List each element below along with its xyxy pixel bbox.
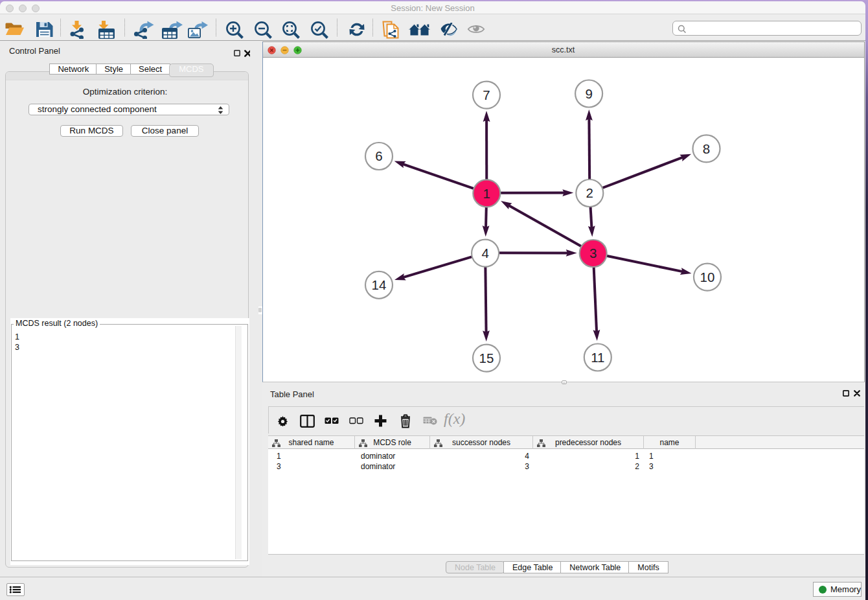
svg-text:14: 14 [371,277,386,292]
svg-text:6: 6 [375,148,382,163]
svg-text:2: 2 [586,185,593,200]
svg-text:4: 4 [481,245,488,260]
svg-text:7: 7 [483,87,490,102]
svg-text:8: 8 [702,141,709,156]
svg-text:11: 11 [591,349,604,364]
svg-text:10: 10 [700,269,714,284]
svg-text:1: 1 [483,185,490,200]
svg-text:15: 15 [479,350,494,365]
svg-text:9: 9 [585,86,592,100]
svg-text:3: 3 [589,246,596,260]
